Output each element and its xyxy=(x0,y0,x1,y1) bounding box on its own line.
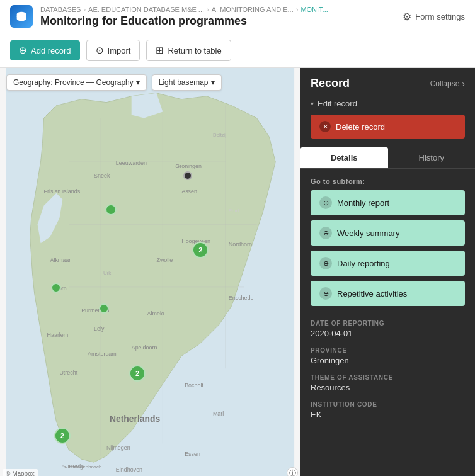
map-panel: Geography: Province — Geography ▾ Light … xyxy=(0,68,300,476)
subform-monthly-report-button[interactable]: ⊕ Monthly report xyxy=(311,190,465,215)
basemap-chevron-icon: ▾ xyxy=(211,78,215,87)
geography-filter-label: Geography: Province — Geography xyxy=(13,78,134,87)
subform-section-label: Go to subform: xyxy=(300,178,475,190)
tabs-row: Details History xyxy=(300,147,475,169)
svg-text:Assen: Assen xyxy=(181,188,197,195)
add-record-button[interactable]: ⊕ Add record xyxy=(10,40,80,60)
map-dot-2[interactable] xyxy=(183,171,192,180)
institution-code-label: INSTITUTION CODE xyxy=(311,401,465,408)
subform-monthly-icon: ⊕ xyxy=(319,196,332,209)
svg-text:Alkmaar: Alkmaar xyxy=(50,257,71,263)
svg-text:Sneek: Sneek xyxy=(94,173,110,179)
map-dot-3[interactable]: 2 xyxy=(192,242,209,258)
map-dot-7[interactable]: 2 xyxy=(54,428,71,444)
add-record-label: Add record xyxy=(31,46,71,55)
breadcrumb-ae[interactable]: AE. EDUCATION DATABASE M&E ... xyxy=(88,6,204,13)
date-of-reporting-value: 2020-04-01 xyxy=(311,329,465,338)
basemap-filter-label: Light basemap xyxy=(159,78,209,87)
svg-text:Utrecht: Utrecht xyxy=(59,370,77,376)
svg-text:Amsterdam: Amsterdam xyxy=(88,351,117,357)
info-icon[interactable]: ⓘ xyxy=(287,467,298,476)
record-panel: Record Collapse › ▾ Edit record ✕ Delete… xyxy=(300,68,475,476)
institution-code-value: EK xyxy=(311,410,465,419)
svg-text:Apeldoorn: Apeldoorn xyxy=(132,344,157,351)
subform-repetitive-activities-button[interactable]: ⊕ Repetitive activities xyxy=(311,281,465,306)
province-value: Groningen xyxy=(311,356,465,365)
gear-icon: ⚙ xyxy=(403,11,411,23)
subform-weekly-label: Weekly summary xyxy=(337,229,399,238)
svg-text:Marl: Marl xyxy=(213,411,224,417)
svg-text:Nordhorn: Nordhorn xyxy=(229,241,252,247)
collapse-button[interactable]: Collapse › xyxy=(430,79,465,89)
page-title: Monitoring for Education programmes xyxy=(40,14,395,28)
province-label: PROVINCE xyxy=(311,347,465,354)
import-icon: ⊙ xyxy=(96,45,104,56)
toolbar: ⊕ Add record ⊙ Import ⊞ Return to table xyxy=(0,33,475,68)
svg-text:Enschede: Enschede xyxy=(229,295,254,301)
theme-of-assistance-label: THEME OF ASSISTANCE xyxy=(311,374,465,381)
app-icon xyxy=(10,5,33,28)
plus-icon: ⊕ xyxy=(19,45,27,56)
svg-text:Bocholt: Bocholt xyxy=(185,382,203,388)
theme-of-assistance-value: Resources xyxy=(311,383,465,392)
delete-x-icon: ✕ xyxy=(319,121,331,132)
header-text: DATABASES › AE. EDUCATION DATABASE M&E .… xyxy=(40,6,395,28)
import-button[interactable]: ⊙ Import xyxy=(86,40,140,61)
subform-weekly-icon: ⊕ xyxy=(319,227,332,239)
subform-monthly-label: Monthly report xyxy=(337,198,389,208)
svg-text:Eindhoven: Eindhoven xyxy=(116,467,142,473)
tab-details[interactable]: Details xyxy=(300,147,388,168)
svg-text:Haarlem: Haarlem xyxy=(47,332,69,338)
svg-text:Urk: Urk xyxy=(103,270,111,276)
svg-text:Zwolle: Zwolle xyxy=(156,257,173,263)
return-to-table-button[interactable]: ⊞ Return to table xyxy=(146,40,231,61)
svg-text:'s-Hertogenbosch: 's-Hertogenbosch xyxy=(62,464,101,470)
date-of-reporting-label: DATE OF REPORTING xyxy=(311,320,465,327)
basemap-filter[interactable]: Light basemap ▾ xyxy=(152,74,222,91)
header: DATABASES › AE. EDUCATION DATABASE M&E .… xyxy=(0,0,475,33)
subform-daily-icon: ⊕ xyxy=(319,257,332,269)
svg-text:Essen: Essen xyxy=(185,451,200,457)
edit-chevron-icon: ▾ xyxy=(311,100,314,107)
map-filter-bar: Geography: Province — Geography ▾ Light … xyxy=(6,74,222,91)
import-label: Import xyxy=(108,46,131,55)
field-section: DATE OF REPORTING 2020-04-01 PROVINCE Gr… xyxy=(300,311,475,428)
mapbox-credit: © Mapbox xyxy=(3,469,38,476)
breadcrumb-databases[interactable]: DATABASES xyxy=(40,6,81,13)
delete-record-label: Delete record xyxy=(336,122,385,132)
edit-record-label: Edit record xyxy=(318,99,357,108)
main-layout: Geography: Province — Geography ▾ Light … xyxy=(0,68,475,476)
svg-text:Leeuwarden: Leeuwarden xyxy=(116,160,147,166)
collapse-label: Collapse xyxy=(430,79,460,88)
map-container[interactable]: Frisian Islands Sneek Leeuwarden Groning… xyxy=(0,68,300,476)
svg-text:Almelo: Almelo xyxy=(147,310,164,317)
table-icon: ⊞ xyxy=(156,45,164,56)
record-header: Record Collapse › xyxy=(300,68,475,96)
breadcrumb-current[interactable]: MONIT... xyxy=(300,6,328,13)
subform-daily-reporting-button[interactable]: ⊕ Daily reporting xyxy=(311,251,465,276)
record-title: Record xyxy=(311,77,350,90)
tab-history[interactable]: History xyxy=(388,147,476,168)
subform-weekly-summary-button[interactable]: ⊕ Weekly summary xyxy=(311,220,465,246)
svg-text:Netherlands: Netherlands xyxy=(110,414,161,424)
breadcrumb: DATABASES › AE. EDUCATION DATABASE M&E .… xyxy=(40,6,395,13)
subform-repetitive-label: Repetitive activities xyxy=(337,289,407,298)
svg-text:Groningen: Groningen xyxy=(175,163,202,169)
subform-daily-label: Daily reporting xyxy=(337,259,390,268)
subform-repetitive-icon: ⊕ xyxy=(319,287,332,300)
geography-filter[interactable]: Geography: Province — Geography ▾ xyxy=(6,74,147,91)
breadcrumb-monitoring[interactable]: A. MONITORING AND E... xyxy=(212,6,294,13)
form-settings-label: Form settings xyxy=(415,12,465,21)
collapse-arrow-icon: › xyxy=(462,79,465,89)
geography-chevron-icon: ▾ xyxy=(136,78,140,87)
svg-text:Frisian Islands: Frisian Islands xyxy=(44,188,81,195)
form-settings-button[interactable]: ⚙ Form settings xyxy=(403,11,465,23)
svg-text:Lely: Lely xyxy=(94,326,105,332)
delete-record-button[interactable]: ✕ Delete record xyxy=(311,115,465,139)
svg-text:Deltzijl: Deltzijl xyxy=(213,132,228,138)
return-to-table-label: Return to table xyxy=(168,46,221,55)
edit-record-row[interactable]: ▾ Edit record xyxy=(300,96,475,115)
svg-text:Nijmegen: Nijmegen xyxy=(106,445,130,451)
svg-text:Emd...: Emd... xyxy=(229,208,243,213)
